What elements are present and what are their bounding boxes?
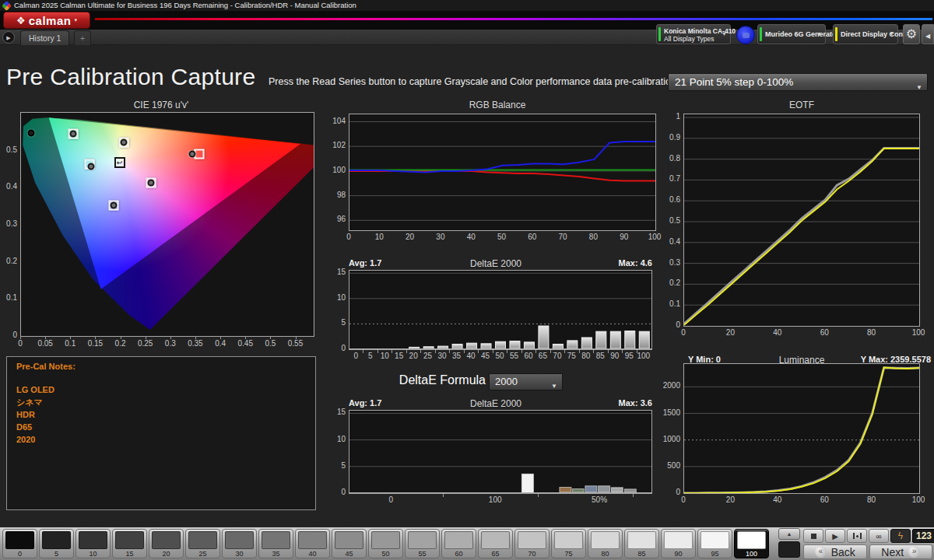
series-points-dropdown[interactable]: 21 Point 5% step 0-100% ▼ [668,73,928,91]
level-swatch [591,531,620,549]
axis-tick-label: 50% [585,495,613,504]
workflow-nav-button[interactable]: ▶ [2,31,15,44]
precal-notes-label: Pre-Cal Notes: [16,362,306,371]
next-button[interactable]: Next » [869,544,933,559]
grayscale-level-button-60[interactable]: 60 [441,529,476,558]
read-series-button[interactable]: ▶ [825,529,845,543]
grayscale-level-button-50[interactable]: 50 [368,529,403,558]
display-status-bar [835,27,837,41]
deltae-grayscale-chart: Avg: 1.7 DeltaE 2000 Max: 4.6 0510150510… [336,257,655,369]
axis-tick-label: 60 [810,328,838,337]
tab-history-1[interactable]: History 1 [20,30,69,45]
precal-notes-box[interactable]: Pre-Cal Notes: LG OLED シネマ HDR D65 2020 [6,356,316,510]
meter-mode: All Display Types [664,35,715,43]
axis-tick-label: 0.5 [256,339,284,348]
grayscale-level-button-85[interactable]: 85 [624,529,659,558]
stop-button[interactable] [803,529,823,543]
grayscale-level-button-45[interactable]: 45 [332,529,367,558]
level-swatch [225,531,254,549]
series-measured [684,368,919,493]
axis-tick-label: 0.2 [649,278,680,287]
grayscale-level-button-80[interactable]: 80 [588,529,623,558]
deltae-formula-dropdown[interactable]: 2000 ▼ [489,373,563,390]
display-control-dropdown[interactable]: Direct Display Control ▼ [833,24,898,44]
sync-button[interactable]: ϟ [890,529,911,543]
axis-tick-label: 15 [314,408,346,416]
axis-tick-label: 100 [904,495,932,504]
axis-tick-mark [270,336,271,339]
grayscale-level-button-70[interactable]: 70 [514,529,550,558]
single-read-button[interactable] [847,529,867,543]
axis-tick-mark [593,350,594,353]
grayscale-level-button-35[interactable]: 35 [258,529,293,558]
deltae-bar [438,346,448,348]
single-read-icon [853,533,862,539]
luminance-chart: Y Min: 0 Luminance Y Max: 2359.5578 0500… [671,352,932,513]
collapse-panel-button[interactable]: ◀ [922,24,934,44]
axis-tick-label: 0.45 [231,339,259,348]
cie-measured-point [70,131,77,138]
deltae-bar [409,347,420,348]
meter-dropdown[interactable]: Konica Minolta CA-410 All Display Types … [656,24,731,44]
eotf-plot [683,114,920,327]
grayscale-level-button-90[interactable]: 90 [661,529,696,558]
read-counter: 123 [912,529,934,543]
level-swatch [115,531,144,549]
deltae-color-bar [624,489,636,492]
chart-title: DeltaE 2000 [336,398,655,409]
grayscale-level-button-5[interactable]: 5 [39,529,74,558]
level-swatch [554,531,583,549]
meter-position-indicator[interactable] [736,26,755,44]
level-label: 20 [149,550,183,558]
axis-tick-label: 0.35 [181,339,209,348]
grayscale-level-button-15[interactable]: 15 [112,529,147,558]
axis-tick-label: 102 [314,141,346,149]
grayscale-level-button-10[interactable]: 10 [75,529,111,558]
grayscale-level-button-95[interactable]: 95 [697,529,732,558]
level-swatch [408,531,437,549]
axis-tick-mark [95,336,96,339]
axis-tick-mark [296,336,297,339]
generator-dropdown[interactable]: Murideo 6G Generator ▼ [757,24,826,44]
grayscale-level-button-40[interactable]: 40 [295,529,330,558]
tab-add[interactable]: + [74,30,91,45]
axis-tick-label: 0.2 [0,257,17,265]
grayscale-level-button-0[interactable]: 0 [2,529,37,558]
axis-tick-mark [633,494,634,497]
axis-tick-label: 100 [314,166,346,174]
deltae-bar [524,342,534,348]
settings-button[interactable]: ⚙ [903,24,920,44]
rainbow-strip [95,18,932,20]
axis-tick-label: 0.4 [649,237,680,246]
continuous-read-button[interactable]: ∞ [869,529,889,543]
level-swatch [700,531,729,549]
grayscale-level-button-55[interactable]: 55 [405,529,440,558]
level-swatch [152,531,181,549]
axis-tick-mark [20,336,21,339]
grayscale-level-button-65[interactable]: 65 [478,529,513,558]
cie-chart: CIE 1976 u'v' ↩ 00.10.20.30.40.500.050.1… [6,100,316,356]
calman-menu-button[interactable]: ❖ calman ▾ [3,12,90,29]
axis-tick-label: 0 [335,233,363,241]
cie-measured-point [87,163,94,170]
grayscale-level-button-30[interactable]: 30 [222,529,257,558]
chart-title: EOTF [671,100,932,110]
deltae-formula-label: DeltaE Formula [399,373,486,387]
chevron-down-icon: ▼ [889,31,894,37]
axis-tick-mark [579,350,580,353]
axis-tick-mark [121,336,121,339]
level-label: 0 [3,550,37,558]
back-button[interactable]: « Back [803,544,867,559]
grayscale-level-button-25[interactable]: 25 [185,529,220,558]
axis-tick-label: 40 [764,328,792,337]
deltae-formula-row: DeltaE Formula 2000 ▼ [336,372,655,392]
generator-name: Murideo 6G Generator [765,25,839,44]
level-swatch [371,531,400,549]
calman-logo-icon: ❖ [16,15,26,26]
expand-levels-button[interactable]: ▲ [778,528,800,540]
grayscale-level-button-20[interactable]: 20 [149,529,184,558]
grayscale-level-button-75[interactable]: 75 [551,529,586,558]
pattern-window-preview[interactable] [778,541,800,558]
grayscale-level-button-100[interactable]: 100 [734,529,769,558]
note-line: シネマ [16,396,306,408]
